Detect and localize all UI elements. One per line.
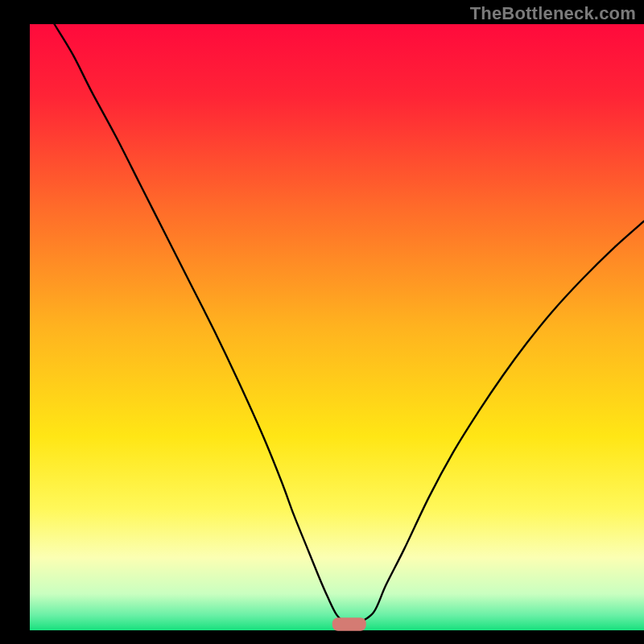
watermark-text: TheBottleneck.com xyxy=(470,3,636,24)
bottleneck-chart: TheBottleneck.com xyxy=(0,0,644,644)
plot-background xyxy=(30,24,644,630)
chart-svg xyxy=(0,0,644,644)
optimal-marker xyxy=(332,617,366,631)
